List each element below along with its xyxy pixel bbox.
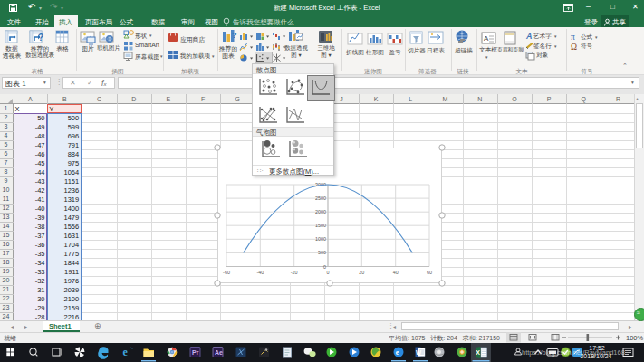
svg-text:W: W [416, 349, 422, 356]
svg-text:A: A [484, 34, 489, 43]
svg-text:π: π [571, 33, 575, 42]
svg-text:e: e [123, 346, 129, 358]
svg-text:1500: 1500 [315, 223, 326, 228]
svg-text:?: ? [38, 33, 43, 43]
svg-text:Ω: Ω [571, 43, 577, 52]
svg-text:40: 40 [393, 270, 399, 275]
svg-text:1000: 1000 [315, 236, 326, 242]
svg-text:-20: -20 [291, 270, 298, 275]
svg-text:Ae: Ae [215, 349, 223, 356]
svg-text:?: ? [232, 31, 237, 40]
svg-text:-40: -40 [256, 270, 264, 275]
svg-text:-60: -60 [223, 270, 230, 275]
svg-text:500: 500 [318, 250, 326, 255]
svg-text:60: 60 [427, 270, 432, 275]
svg-text:2500: 2500 [315, 195, 326, 201]
svg-text:2000: 2000 [315, 209, 326, 214]
svg-text:100%: 100% [626, 334, 644, 342]
svg-text:e: e [396, 348, 399, 357]
svg-text:Pr: Pr [192, 349, 199, 356]
svg-text:0: 0 [327, 270, 330, 275]
svg-text:20: 20 [359, 270, 364, 275]
svg-text:X: X [476, 349, 480, 356]
svg-text:A: A [525, 32, 533, 41]
